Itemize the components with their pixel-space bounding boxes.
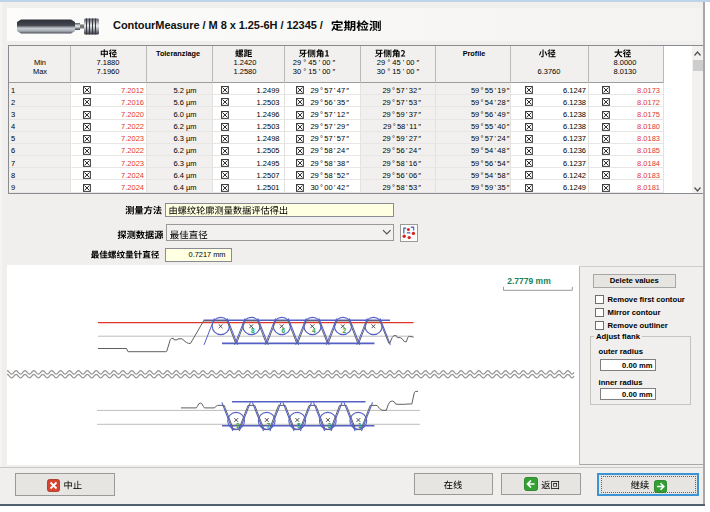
- svg-text:6: 6: [281, 327, 285, 334]
- svg-text:2: 2: [343, 327, 347, 334]
- svg-text:5: 5: [297, 422, 301, 429]
- svg-text:8: 8: [251, 327, 255, 334]
- svg-text:4: 4: [312, 327, 316, 334]
- svg-text:9: 9: [236, 422, 240, 429]
- svg-text:2.7779 mm: 2.7779 mm: [507, 276, 551, 286]
- svg-text:1: 1: [358, 422, 362, 429]
- svg-text:7: 7: [266, 422, 270, 429]
- svg-text:3: 3: [328, 422, 332, 429]
